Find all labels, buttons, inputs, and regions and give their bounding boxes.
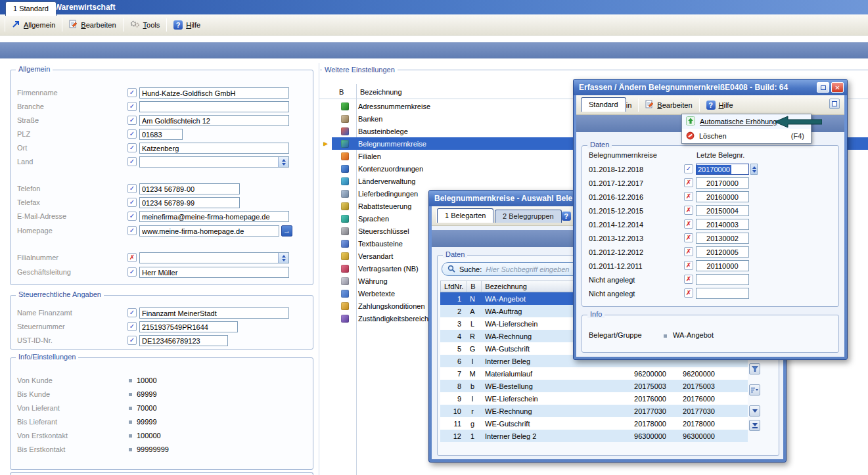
tab-beleggruppen[interactable]: 2 Beleggruppen (495, 210, 562, 223)
menu-item-loeschen[interactable]: Löschen (F4) (682, 129, 811, 143)
telefax-input[interactable] (139, 197, 240, 208)
bullet-icon (129, 379, 132, 382)
belegnr-input[interactable] (696, 288, 749, 299)
info-row-value: 100000 (137, 432, 161, 440)
belegnr-input[interactable]: 20110000 (696, 260, 749, 271)
cell-lfdnr: 3 (440, 320, 465, 328)
sort-button[interactable] (749, 384, 760, 396)
belegnr-checkbox[interactable] (684, 261, 693, 270)
telefax-checkbox[interactable] (127, 198, 137, 207)
homepage-input[interactable] (139, 225, 279, 237)
filialnummer-checkbox[interactable] (127, 253, 137, 262)
spinner-buttons[interactable] (750, 164, 758, 175)
filter-button[interactable] (749, 363, 760, 374)
cell-num2: 96200000 (670, 370, 719, 378)
belegnr-checkbox[interactable] (684, 288, 693, 298)
minimize-button[interactable] (817, 82, 829, 93)
scroll-end-button[interactable] (749, 420, 760, 431)
belegnr-input[interactable]: 20120005 (696, 246, 749, 258)
filialnummer-select[interactable]: 000 : Zentrale (139, 252, 289, 263)
scroll-down-button[interactable] (749, 405, 760, 417)
belegnr-checkbox[interactable] (684, 206, 693, 215)
menu-bearbeiten[interactable]: Bearbeiten (641, 97, 697, 112)
telefon-checkbox[interactable] (127, 184, 137, 193)
cell-lfdnr: 12 (440, 432, 465, 440)
info-row-value: 99999999 (137, 445, 169, 453)
finanzamt-checkbox[interactable] (127, 308, 137, 317)
table-row[interactable]: 11 g WE-Gutschrift 20178000 20178000 (440, 417, 748, 430)
table-row[interactable]: 8 b WE-Bestellung 20175003 20175003 (440, 380, 748, 392)
belegnr-checkbox[interactable] (684, 164, 693, 173)
tab-standard[interactable]: Standard (581, 97, 626, 112)
tax-key-icon (341, 227, 349, 235)
firmenname-input[interactable] (139, 87, 289, 99)
table-row[interactable]: 12 1 Interner Beleg 2 96300000 96300000 (440, 430, 748, 442)
belegnr-input[interactable]: 20130002 (696, 233, 749, 244)
homepage-checkbox[interactable] (127, 226, 137, 235)
cell-b: N (465, 295, 480, 303)
cell-num1: 20176000 (611, 395, 670, 403)
homepage-open-button[interactable]: → (281, 225, 292, 237)
ort-input[interactable] (139, 143, 289, 154)
help-icon: ? (562, 212, 571, 221)
responsibility-icon (341, 315, 349, 323)
cell-lfdnr: 7 (440, 370, 465, 378)
spinner-buttons[interactable] (278, 157, 288, 167)
tab-belegarten[interactable]: 1 Belegarten (437, 208, 493, 223)
steuernummer-checkbox[interactable] (127, 322, 137, 331)
table-row[interactable]: 9 l WE-Lieferschein 20176000 20176000 (440, 392, 748, 405)
erfassen-dialog-titlebar[interactable]: Erfassen / Ändern BelegnummernkreißE0408… (574, 79, 847, 95)
row-marker (319, 200, 332, 212)
menu-bearbeiten[interactable]: Bearbeiten (64, 17, 120, 32)
steuernummer-input[interactable] (139, 321, 238, 332)
belegnr-row-label: 01.2015-12.2015 (589, 207, 643, 215)
belegnr-checkbox[interactable] (684, 247, 693, 256)
row-marker (319, 312, 332, 325)
table-row[interactable]: 7 M Materialumlauf 96200000 96200000 (440, 367, 748, 380)
field-row-ustid: UST-ID-Nr. (11, 335, 313, 347)
belegnr-checkbox[interactable] (684, 219, 693, 229)
close-button[interactable]: ✕ (831, 82, 844, 93)
tab-standard[interactable]: 1 Standard (5, 1, 57, 16)
ort-checkbox[interactable] (127, 143, 137, 152)
finanzamt-input[interactable] (139, 307, 289, 319)
belegnr-input[interactable] (696, 274, 749, 285)
ustid-checkbox[interactable] (127, 336, 137, 345)
belegnr-input[interactable]: 20140003 (696, 219, 749, 230)
firmenname-checkbox[interactable] (127, 88, 137, 97)
list-item-label: Textbausteine (358, 240, 403, 248)
belegnr-input[interactable]: 20170000 (696, 164, 749, 175)
strasse-checkbox[interactable] (127, 116, 137, 125)
belegnr-checkbox[interactable] (684, 275, 693, 284)
belegnr-checkbox[interactable] (684, 178, 693, 187)
menu-tools[interactable]: Tools (126, 17, 165, 32)
menu-hilfe[interactable]: ? Hilfe (169, 18, 205, 32)
land-checkbox[interactable] (127, 157, 137, 166)
email-input[interactable] (139, 211, 289, 222)
belegnr-checkbox[interactable] (684, 233, 693, 242)
belegnr-checkbox[interactable] (684, 192, 693, 201)
land-select[interactable]: DE : Deutschland (139, 156, 289, 168)
strasse-input[interactable] (139, 115, 289, 126)
grid-icon[interactable] (829, 99, 840, 109)
menu-hilfe[interactable]: ? Hilfe (702, 98, 738, 112)
menu-allgemein[interactable]: Allgemein (7, 17, 60, 32)
geschaeftsleitung-checkbox[interactable] (127, 267, 137, 277)
plz-input[interactable] (139, 129, 183, 140)
info-row-label: Bis Kunde (17, 390, 50, 398)
email-checkbox[interactable] (127, 212, 137, 221)
belegnr-input[interactable]: 20170000 (696, 177, 749, 189)
branche-checkbox[interactable] (127, 102, 137, 111)
telefon-input[interactable] (139, 183, 240, 194)
belegnr-input[interactable]: 20160000 (696, 191, 749, 202)
belegnr-input[interactable]: 20150004 (696, 205, 749, 216)
plz-checkbox[interactable] (127, 129, 137, 139)
ustid-input[interactable] (139, 335, 228, 346)
cell-b: M (465, 370, 480, 378)
spinner-buttons[interactable] (278, 253, 288, 263)
table-row[interactable]: 10 r WE-Rechnung 20177030 20177030 (440, 405, 748, 417)
main-toolbar: Allgemein Bearbeiten Tools ? Hilfe (0, 14, 868, 35)
branche-input[interactable] (139, 101, 289, 112)
row-marker (319, 187, 332, 200)
geschaeftsleitung-input[interactable] (139, 267, 289, 278)
